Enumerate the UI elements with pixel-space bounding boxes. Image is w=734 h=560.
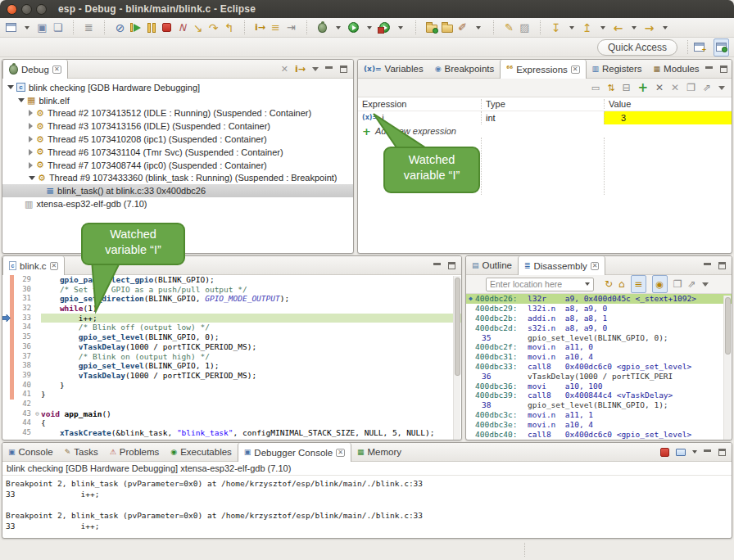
show-type-names-icon[interactable]: ▭ xyxy=(591,84,600,93)
disassembly-line[interactable]: 400dbc2d:s32i.n a8, a9, 0 xyxy=(466,323,732,332)
maximize-icon[interactable] xyxy=(720,65,727,73)
tab-close-icon[interactable]: ✕ xyxy=(591,262,600,270)
line-number[interactable]: 40 xyxy=(14,381,34,391)
tab-breakpoints[interactable]: ◉Breakpoints xyxy=(429,60,501,78)
console-dropdown-icon[interactable] xyxy=(692,450,697,454)
mark-occurrences-icon[interactable]: ✎ xyxy=(505,22,514,33)
tab-close-icon[interactable]: ✕ xyxy=(336,449,345,457)
tab-close-icon[interactable]: ✕ xyxy=(571,65,580,74)
disassembly-line[interactable]: 38gpio_set_level(BLINK_GPIO, 1); xyxy=(466,400,732,410)
instruction-stepping-mode-icon[interactable]: i→ xyxy=(295,65,306,74)
back-dropdown-icon[interactable] xyxy=(632,26,637,29)
go-to-last-edit-dropdown-icon[interactable] xyxy=(600,26,605,29)
code-line[interactable]: 30 /* Set the GPIO as a push/pull output… xyxy=(2,285,461,295)
last-edit-location-icon[interactable]: ↧ xyxy=(551,22,561,34)
tree-expander-icon[interactable] xyxy=(18,98,25,102)
code-line[interactable]: 41} xyxy=(2,390,461,400)
remove-expression-icon[interactable]: ✕ xyxy=(655,83,664,93)
disconnect-icon[interactable]: N xyxy=(179,23,186,33)
line-number[interactable]: 39 xyxy=(14,371,34,381)
detach-icon[interactable]: ⇗ xyxy=(687,279,695,289)
disassembly-line[interactable]: ◆400dbc26:l32r a9, 0x400d045c <_stext+10… xyxy=(466,294,732,304)
code-text[interactable]: } xyxy=(41,438,461,440)
tree-item[interactable]: ⚙Thread #5 1073410208 (ipc1) (Suspended … xyxy=(2,133,353,146)
disassembly-listing[interactable]: ◆400dbc26:l32r a9, 0x400d045c <_stext+10… xyxy=(466,294,732,440)
code-line[interactable]: 40 } xyxy=(2,381,461,391)
code-line[interactable]: 36 vTaskDelay(1000 / portTICK_PERIOD_MS)… xyxy=(2,342,461,352)
maximize-icon[interactable] xyxy=(718,449,726,456)
editor-gutter[interactable] xyxy=(2,390,10,400)
new-wizard-dropdown-icon[interactable] xyxy=(25,26,29,29)
line-number[interactable]: 29 xyxy=(14,275,34,285)
step-into-icon[interactable]: ↘ xyxy=(193,22,203,34)
home-icon[interactable]: ⌂ xyxy=(618,279,625,289)
back-icon[interactable]: ← xyxy=(614,22,623,34)
resume-icon[interactable] xyxy=(130,23,141,32)
editor-gutter[interactable] xyxy=(2,314,10,323)
maximize-icon[interactable] xyxy=(340,65,347,73)
remove-all-expressions-icon[interactable]: ✕ xyxy=(671,83,679,93)
show-execution-icon[interactable]: ≡ xyxy=(271,22,280,33)
code-line[interactable]: 31 gpio_set_direction(BLINK_GPIO, GPIO_M… xyxy=(2,294,461,304)
line-number[interactable]: 38 xyxy=(14,361,34,371)
window-close-button[interactable] xyxy=(7,4,17,15)
run-dropdown-icon[interactable] xyxy=(367,26,372,29)
window-minimize-button[interactable] xyxy=(21,4,32,15)
tree-expander-icon[interactable] xyxy=(29,110,33,116)
suspend-icon[interactable] xyxy=(147,23,156,33)
code-text[interactable]: /* Set the GPIO as a push/pull output */ xyxy=(41,285,461,295)
minimize-icon[interactable] xyxy=(704,262,712,269)
tab-registers[interactable]: ▥Registers xyxy=(587,60,648,78)
line-number[interactable]: 33 xyxy=(14,314,34,323)
tab-blink-c[interactable]: c blink.c ✕ xyxy=(2,256,65,275)
tab-executables[interactable]: ◉Executables xyxy=(165,443,238,461)
code-line[interactable]: } xyxy=(2,438,461,440)
disassembly-line[interactable]: 400dbc2b:addi.n a8, a8, 1 xyxy=(466,314,732,323)
editor-gutter[interactable] xyxy=(2,428,10,438)
line-number[interactable]: 32 xyxy=(14,304,34,314)
tree-item[interactable]: ⚙Thread #9 1073433360 (blink_task : Runn… xyxy=(2,172,353,185)
editor-gutter[interactable] xyxy=(2,409,10,419)
tree-item[interactable]: ≡blink_task() at blink.c:33 0x400dbc26 xyxy=(2,184,353,197)
line-number[interactable]: 43 xyxy=(14,409,34,419)
editor-gutter[interactable] xyxy=(2,323,10,332)
tree-expander-icon[interactable] xyxy=(29,136,33,142)
go-to-last-edit-icon[interactable]: ↥ xyxy=(582,22,592,34)
tab-memory[interactable]: ▦Memory xyxy=(351,443,407,461)
run-icon[interactable] xyxy=(348,22,359,33)
code-text[interactable]: /* Blink off (output low) */ xyxy=(41,323,461,332)
tree-expander-icon[interactable] xyxy=(29,149,33,156)
column-value[interactable]: Value xyxy=(604,99,732,109)
disassembly-line[interactable]: 400dbc36:movi a10, 100 xyxy=(466,381,732,391)
minimize-icon[interactable] xyxy=(705,65,714,73)
editor-gutter[interactable] xyxy=(2,342,10,352)
show-source-toggle-icon[interactable]: ≡ xyxy=(634,279,642,289)
tab-disassembly[interactable]: ≣Disassembly✕ xyxy=(518,256,605,275)
debug-perspective-icon[interactable] xyxy=(716,43,727,52)
save-all-icon[interactable]: ❏ xyxy=(53,22,63,33)
location-dropdown-icon[interactable] xyxy=(585,282,590,286)
sort-icon[interactable]: ⇅ xyxy=(607,84,614,93)
quick-access-button[interactable]: Quick Access xyxy=(597,39,677,56)
line-number[interactable]: 42 xyxy=(14,400,34,409)
disassembly-line[interactable]: 400dbc31:movi.n a10, 4 xyxy=(466,352,732,362)
debug-dropdown-icon[interactable] xyxy=(336,26,341,29)
expression-row[interactable]: (x)=iint3 xyxy=(358,111,732,124)
tree-item[interactable]: cblink checking [GDB Hardware Debugging] xyxy=(2,81,353,94)
external-tools-dropdown-icon[interactable] xyxy=(398,26,403,29)
step-over-icon[interactable]: ↷ xyxy=(209,22,219,34)
debug-icon[interactable] xyxy=(318,23,327,33)
code-text[interactable]: } xyxy=(41,381,461,391)
code-line[interactable]: 44{ xyxy=(2,418,461,428)
open-element-icon[interactable]: ✐ xyxy=(458,22,467,33)
line-number[interactable]: 31 xyxy=(14,294,34,304)
code-text[interactable]: i++; xyxy=(41,314,461,323)
tree-item[interactable]: ⚙Thread #7 1073408744 (ipc0) (Suspended … xyxy=(2,159,353,172)
forward-dropdown-icon[interactable] xyxy=(663,26,668,29)
location-input[interactable]: Enter location here xyxy=(486,278,594,291)
new-c-project-icon[interactable] xyxy=(426,25,437,33)
editor-gutter[interactable] xyxy=(2,294,10,304)
code-text[interactable]: xTaskCreate(&blink_task, "blink_task", c… xyxy=(41,428,461,438)
code-line[interactable]: 35 gpio_set_level(BLINK_GPIO, 0); xyxy=(2,332,461,342)
disassembly-line[interactable]: 400dbc3c:movi.n a11, 1 xyxy=(466,410,732,420)
